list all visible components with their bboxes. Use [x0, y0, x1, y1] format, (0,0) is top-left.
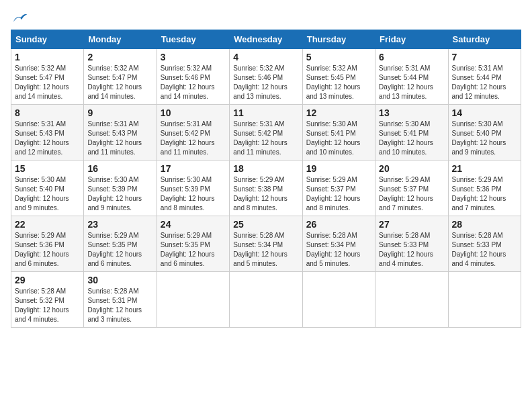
week-row-3: 15 Sunrise: 5:30 AM Sunset: 5:40 PM Dayl…	[11, 161, 521, 216]
sunset-text: Sunset: 5:39 PM	[161, 185, 210, 193]
daylight-text: Daylight: 12 hours and 8 minutes.	[306, 195, 361, 212]
day-number: 26	[306, 219, 371, 230]
week-row-1: 1 Sunrise: 5:32 AM Sunset: 5:47 PM Dayli…	[11, 49, 521, 105]
week-row-5: 29 Sunrise: 5:28 AM Sunset: 5:32 PM Dayl…	[11, 272, 521, 328]
day-number: 21	[452, 163, 517, 174]
day-number: 4	[233, 52, 298, 62]
daylight-text: Daylight: 12 hours and 6 minutes.	[15, 250, 69, 267]
daylight-text: Daylight: 12 hours and 8 minutes.	[233, 195, 287, 212]
day-info: Sunrise: 5:31 AM Sunset: 5:43 PM Dayligh…	[15, 120, 80, 157]
sunrise-text: Sunrise: 5:29 AM	[15, 232, 66, 239]
day-info: Sunrise: 5:30 AM Sunset: 5:41 PM Dayligh…	[379, 120, 444, 157]
daylight-text: Daylight: 12 hours and 6 minutes.	[87, 250, 142, 267]
daylight-text: Daylight: 12 hours and 12 minutes.	[15, 139, 69, 156]
day-cell-4: 4 Sunrise: 5:32 AM Sunset: 5:46 PM Dayli…	[230, 49, 302, 105]
daylight-text: Daylight: 12 hours and 5 minutes.	[233, 250, 287, 267]
day-cell-30: 30 Sunrise: 5:28 AM Sunset: 5:31 PM Dayl…	[84, 272, 157, 328]
day-number: 1	[15, 52, 80, 62]
day-cell-9: 9 Sunrise: 5:31 AM Sunset: 5:43 PM Dayli…	[84, 105, 157, 161]
daylight-text: Daylight: 12 hours and 4 minutes.	[15, 306, 69, 323]
day-number: 22	[15, 219, 80, 230]
day-number: 3	[161, 52, 226, 62]
day-cell-21: 21 Sunrise: 5:29 AM Sunset: 5:36 PM Dayl…	[448, 161, 521, 216]
day-cell-17: 17 Sunrise: 5:30 AM Sunset: 5:39 PM Dayl…	[157, 161, 229, 216]
page-header	[11, 11, 521, 24]
day-number: 25	[233, 219, 298, 230]
day-cell-19: 19 Sunrise: 5:29 AM Sunset: 5:37 PM Dayl…	[302, 161, 375, 216]
day-info: Sunrise: 5:31 AM Sunset: 5:42 PM Dayligh…	[161, 120, 226, 157]
day-number: 5	[306, 52, 371, 62]
day-number: 7	[452, 52, 517, 62]
day-cell-24: 24 Sunrise: 5:29 AM Sunset: 5:35 PM Dayl…	[157, 216, 229, 272]
day-cell-29: 29 Sunrise: 5:28 AM Sunset: 5:32 PM Dayl…	[11, 272, 84, 328]
sunrise-text: Sunrise: 5:29 AM	[233, 176, 284, 183]
day-cell-10: 10 Sunrise: 5:31 AM Sunset: 5:42 PM Dayl…	[157, 105, 229, 161]
day-cell-11: 11 Sunrise: 5:31 AM Sunset: 5:42 PM Dayl…	[230, 105, 302, 161]
sunrise-text: Sunrise: 5:30 AM	[379, 120, 430, 128]
day-number: 28	[452, 219, 517, 230]
column-header-tuesday: Tuesday	[157, 30, 229, 49]
sunset-text: Sunset: 5:40 PM	[452, 130, 502, 137]
daylight-text: Daylight: 12 hours and 12 minutes.	[452, 83, 506, 100]
daylight-text: Daylight: 12 hours and 9 minutes.	[452, 139, 506, 156]
sunrise-text: Sunrise: 5:31 AM	[233, 120, 284, 128]
sunset-text: Sunset: 5:39 PM	[87, 185, 137, 193]
day-number: 14	[452, 107, 517, 118]
day-cell-22: 22 Sunrise: 5:29 AM Sunset: 5:36 PM Dayl…	[11, 216, 84, 272]
day-cell-20: 20 Sunrise: 5:29 AM Sunset: 5:37 PM Dayl…	[375, 161, 448, 216]
day-info: Sunrise: 5:31 AM Sunset: 5:44 PM Dayligh…	[452, 64, 517, 101]
header-row: SundayMondayTuesdayWednesdayThursdayFrid…	[11, 30, 521, 49]
day-info: Sunrise: 5:29 AM Sunset: 5:36 PM Dayligh…	[452, 175, 517, 213]
day-info: Sunrise: 5:29 AM Sunset: 5:38 PM Dayligh…	[233, 175, 298, 213]
day-info: Sunrise: 5:30 AM Sunset: 5:39 PM Dayligh…	[161, 175, 226, 213]
sunrise-text: Sunrise: 5:32 AM	[87, 64, 138, 72]
day-info: Sunrise: 5:30 AM Sunset: 5:39 PM Dayligh…	[87, 175, 152, 213]
day-info: Sunrise: 5:29 AM Sunset: 5:37 PM Dayligh…	[379, 175, 444, 213]
day-info: Sunrise: 5:31 AM Sunset: 5:43 PM Dayligh…	[87, 120, 152, 157]
calendar-table: SundayMondayTuesdayWednesdayThursdayFrid…	[11, 30, 521, 328]
sunset-text: Sunset: 5:34 PM	[306, 241, 356, 248]
empty-cell	[375, 272, 448, 328]
sunrise-text: Sunrise: 5:28 AM	[452, 232, 503, 239]
day-cell-3: 3 Sunrise: 5:32 AM Sunset: 5:46 PM Dayli…	[157, 49, 229, 105]
day-number: 16	[87, 163, 152, 174]
daylight-text: Daylight: 12 hours and 3 minutes.	[87, 306, 142, 323]
sunrise-text: Sunrise: 5:31 AM	[161, 120, 212, 128]
daylight-text: Daylight: 12 hours and 11 minutes.	[233, 139, 287, 156]
sunset-text: Sunset: 5:47 PM	[15, 74, 64, 81]
day-number: 11	[233, 107, 298, 118]
daylight-text: Daylight: 12 hours and 9 minutes.	[87, 195, 142, 212]
column-header-monday: Monday	[84, 30, 157, 49]
week-row-2: 8 Sunrise: 5:31 AM Sunset: 5:43 PM Dayli…	[11, 105, 521, 161]
day-number: 24	[161, 219, 226, 230]
day-info: Sunrise: 5:32 AM Sunset: 5:46 PM Dayligh…	[161, 64, 226, 101]
day-cell-26: 26 Sunrise: 5:28 AM Sunset: 5:34 PM Dayl…	[302, 216, 375, 272]
sunrise-text: Sunrise: 5:30 AM	[306, 120, 357, 128]
sunset-text: Sunset: 5:33 PM	[379, 241, 429, 248]
calendar-body: 1 Sunrise: 5:32 AM Sunset: 5:47 PM Dayli…	[11, 49, 521, 328]
sunrise-text: Sunrise: 5:30 AM	[15, 176, 66, 183]
day-number: 9	[87, 107, 152, 118]
day-number: 2	[87, 52, 152, 62]
daylight-text: Daylight: 12 hours and 7 minutes.	[452, 195, 506, 212]
sunrise-text: Sunrise: 5:30 AM	[452, 120, 503, 128]
day-number: 10	[161, 107, 226, 118]
day-cell-15: 15 Sunrise: 5:30 AM Sunset: 5:40 PM Dayl…	[11, 161, 84, 216]
daylight-text: Daylight: 12 hours and 13 minutes.	[233, 83, 287, 100]
day-number: 23	[87, 219, 152, 230]
daylight-text: Daylight: 12 hours and 4 minutes.	[379, 250, 433, 267]
daylight-text: Daylight: 12 hours and 10 minutes.	[379, 139, 433, 156]
sunset-text: Sunset: 5:47 PM	[87, 74, 137, 81]
day-info: Sunrise: 5:28 AM Sunset: 5:33 PM Dayligh…	[452, 231, 517, 269]
daylight-text: Daylight: 12 hours and 13 minutes.	[379, 83, 433, 100]
day-info: Sunrise: 5:29 AM Sunset: 5:37 PM Dayligh…	[306, 175, 371, 213]
daylight-text: Daylight: 12 hours and 11 minutes.	[161, 139, 215, 156]
day-number: 17	[161, 163, 226, 174]
week-row-4: 22 Sunrise: 5:29 AM Sunset: 5:36 PM Dayl…	[11, 216, 521, 272]
sunrise-text: Sunrise: 5:28 AM	[87, 287, 138, 295]
day-cell-12: 12 Sunrise: 5:30 AM Sunset: 5:41 PM Dayl…	[302, 105, 375, 161]
sunrise-text: Sunrise: 5:32 AM	[161, 64, 212, 72]
day-info: Sunrise: 5:32 AM Sunset: 5:45 PM Dayligh…	[306, 64, 371, 101]
daylight-text: Daylight: 12 hours and 6 minutes.	[161, 250, 215, 267]
sunset-text: Sunset: 5:43 PM	[15, 130, 64, 137]
